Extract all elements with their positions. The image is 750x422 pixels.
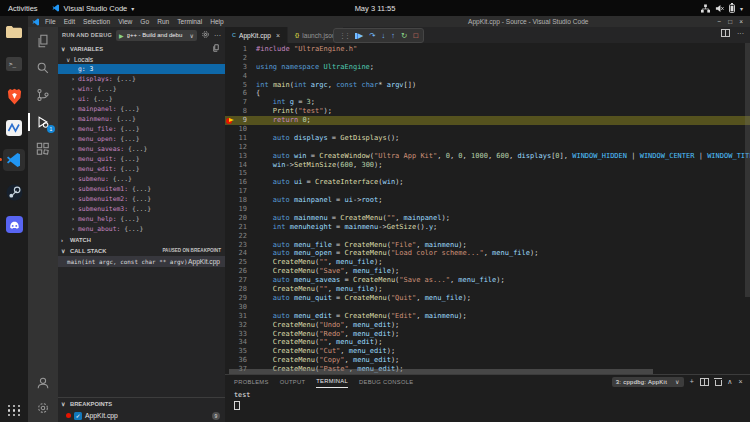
vertical-scrollbar[interactable] (745, 43, 750, 368)
line-number[interactable]: 25 (225, 258, 256, 267)
line-number[interactable]: 10 (225, 125, 256, 134)
variable-row[interactable]: ›menu_saveas: {...} (58, 144, 225, 154)
settings-gear-icon[interactable] (35, 400, 51, 416)
line-number[interactable]: 23 (225, 241, 256, 250)
code-line[interactable]: 32 CreateMenu("Undo", menu_edit); (225, 321, 750, 330)
kill-terminal-icon[interactable] (715, 378, 721, 385)
code-line[interactable]: 10 (225, 125, 750, 134)
launch-config-select[interactable]: ▶ g++ - Build and debu ∨ (116, 30, 197, 41)
close-button[interactable]: × (739, 18, 743, 25)
line-number[interactable]: 17 (225, 187, 256, 196)
start-debug-icon[interactable]: ▶ (119, 32, 124, 39)
line-number[interactable]: 33 (225, 330, 256, 339)
app-menu[interactable]: Visual Studio Code ▾ (52, 4, 135, 13)
code-line[interactable]: 15 (225, 169, 750, 178)
line-number[interactable]: 35 (225, 347, 256, 356)
variable-row[interactable]: ›displays: {...} (58, 74, 225, 84)
line-number[interactable]: 4 (225, 72, 256, 81)
step-out-button[interactable]: ↑ (391, 32, 395, 40)
variable-row[interactable]: ›mainpanel: {...} (58, 104, 225, 114)
activities-button[interactable]: Activities (8, 4, 38, 13)
code-line[interactable]: 8 Print("test"); (225, 107, 750, 116)
line-number[interactable]: 6 (225, 89, 256, 98)
line-number[interactable]: 2 (225, 54, 256, 63)
code-line[interactable]: 24 auto menu_open = CreateMenu("Load col… (225, 249, 750, 258)
menu-run[interactable]: Run (157, 18, 169, 25)
panel-tab-debug-console[interactable]: DEBUG CONSOLE (359, 376, 413, 388)
more-actions-icon[interactable]: ··· (737, 30, 744, 37)
line-number[interactable]: 30 (225, 303, 256, 312)
line-number[interactable]: 13 (225, 152, 256, 161)
call-stack-section-header[interactable]: ∨ CALL STACK PAUSED ON BREAKPOINT (58, 245, 225, 256)
code-line[interactable]: 31 auto menu_edit = CreateMenu("Edit", m… (225, 312, 750, 321)
code-line[interactable]: 1#include "UltraEngine.h" (225, 45, 750, 54)
code-line[interactable]: 29 auto menu_quit = CreateMenu("Quit", m… (225, 294, 750, 303)
search-icon[interactable] (35, 60, 51, 76)
watch-section-header[interactable]: › WATCH (58, 234, 225, 245)
line-number[interactable]: 19 (225, 205, 256, 214)
line-number[interactable]: 31 (225, 312, 256, 321)
variable-row[interactable]: g: 3 (58, 64, 225, 74)
code-line[interactable]: 27 auto menu_saveas = CreateMenu("Save a… (225, 276, 750, 285)
code-line[interactable]: 16 auto ui = CreateInterface(win); (225, 178, 750, 187)
restart-button[interactable]: ↻ (401, 32, 407, 40)
files-dock-icon[interactable] (3, 21, 25, 43)
copy-icon[interactable] (212, 44, 225, 53)
wave-dock-icon[interactable] (3, 117, 25, 139)
code-line[interactable]: 18 auto mainpanel = ui->root; (225, 196, 750, 205)
code-line[interactable]: 7 int g = 3; (225, 98, 750, 107)
brave-dock-icon[interactable] (3, 85, 25, 107)
code-line[interactable]: 20 auto mainmenu = CreateMenu("", mainpa… (225, 214, 750, 223)
stop-button[interactable]: □ (413, 32, 418, 40)
split-terminal-icon[interactable] (700, 378, 709, 386)
variable-row[interactable]: ›submenuitem3: {...} (58, 204, 225, 214)
code-line[interactable]: 9 return 0; (225, 116, 750, 125)
variable-row[interactable]: ›win: {...} (58, 84, 225, 94)
menu-go[interactable]: Go (140, 18, 149, 25)
menu-file[interactable]: File (45, 18, 56, 25)
panel-tab-output[interactable]: OUTPUT (280, 376, 306, 388)
line-number[interactable]: 5 (225, 81, 256, 90)
menu-view[interactable]: View (118, 18, 132, 25)
variable-row[interactable]: ›mainmenu: {...} (58, 114, 225, 124)
variable-row[interactable]: ›menu_file: {...} (58, 124, 225, 134)
variables-section-header[interactable]: ∨ VARIABLES (58, 43, 225, 54)
scope-locals[interactable]: ∨ Locals (58, 54, 225, 64)
panel-tab-problems[interactable]: PROBLEMS (234, 376, 269, 388)
menu-selection[interactable]: Selection (83, 18, 110, 25)
new-terminal-icon[interactable]: + (690, 378, 694, 385)
maximize-button[interactable]: □ (728, 18, 732, 25)
code-line[interactable]: 25 CreateMenu("", menu_file); (225, 258, 750, 267)
line-number[interactable]: 21 (225, 223, 256, 232)
run-and-debug-icon[interactable]: 1 (35, 114, 51, 130)
variable-row[interactable]: ›menu_about: {...} (58, 224, 225, 234)
close-tab-icon[interactable]: × (276, 32, 280, 39)
stack-frame-row[interactable]: main(int argc, const char ** argv) AppKi… (58, 256, 225, 267)
continue-button[interactable]: ▶ (355, 32, 363, 40)
step-into-button[interactable]: ↓ (382, 32, 386, 40)
variable-row[interactable]: ›submenuitem1: {...} (58, 184, 225, 194)
code-line[interactable]: 30 (225, 303, 750, 312)
split-editor-icon[interactable] (721, 29, 730, 37)
horizontal-scrollbar[interactable] (225, 369, 742, 374)
line-number[interactable]: 9 (225, 116, 256, 125)
line-number[interactable]: 28 (225, 285, 256, 294)
breakpoint-item[interactable]: ✓ AppKit.cpp 9 (58, 409, 225, 422)
code-line[interactable]: 3using namespace UltraEngine; (225, 63, 750, 72)
line-number[interactable]: 24 (225, 249, 256, 258)
code-line[interactable]: 33 CreateMenu("Redo", menu_edit); (225, 330, 750, 339)
line-number[interactable]: 3 (225, 63, 256, 72)
variable-row[interactable]: ›menu_help: {...} (58, 214, 225, 224)
code-line[interactable]: 34 CreateMenu("", menu_edit); (225, 338, 750, 347)
code-line[interactable]: 5int main(int argc, const char* argv[]) (225, 81, 750, 90)
code-line[interactable]: 26 CreateMenu("Save", menu_file); (225, 267, 750, 276)
maximize-panel-icon[interactable]: ∧ (727, 378, 732, 385)
line-number[interactable]: 22 (225, 232, 256, 241)
code-line[interactable]: 4 (225, 72, 750, 81)
menu-edit[interactable]: Edit (64, 18, 75, 25)
extensions-icon[interactable] (35, 141, 51, 157)
step-over-button[interactable]: ↷ (369, 32, 375, 40)
configure-gear-icon[interactable] (201, 30, 210, 40)
code-line[interactable]: 35 CreateMenu("Cut", menu_edit); (225, 347, 750, 356)
terminal-session-select[interactable]: 3: cppdbg: AppKit ∨ (612, 377, 684, 387)
